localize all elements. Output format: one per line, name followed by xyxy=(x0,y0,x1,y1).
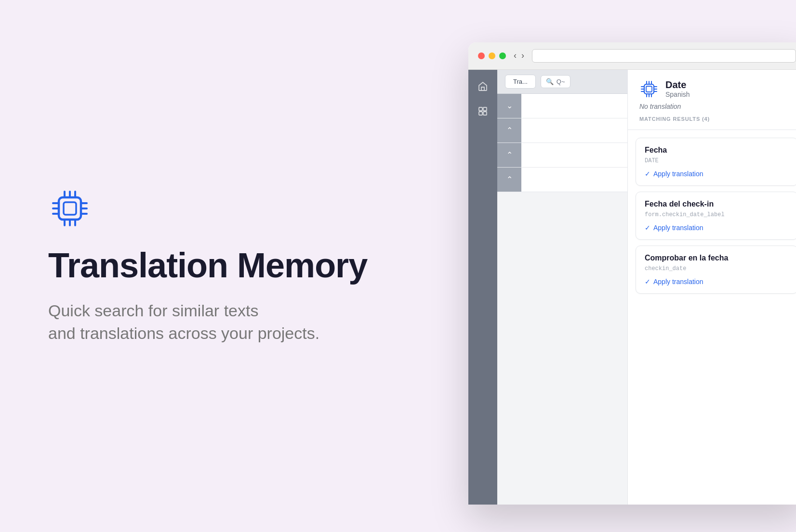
svg-rect-19 xyxy=(646,86,652,92)
list-item: ⌃ xyxy=(497,118,627,143)
search-icon: 🔍 xyxy=(546,78,554,85)
expander-1[interactable]: ⌄ xyxy=(497,94,521,118)
left-panel: Translation Memory Quick search for simi… xyxy=(0,148,468,384)
nav-back-button[interactable]: ‹ xyxy=(514,51,517,61)
result-key-3: checkin_date xyxy=(645,265,789,272)
toolbar-tab[interactable]: Tra... xyxy=(505,75,536,89)
panel-subtitle: Spanish xyxy=(665,91,690,98)
translation-list: ⌄ ⌃ ⌃ ⌃ xyxy=(497,94,627,505)
page-subheadline: Quick search for similar texts and trans… xyxy=(48,299,430,345)
result-key-1: DATE xyxy=(645,157,789,164)
list-item-content-2 xyxy=(521,118,627,143)
toolbar-search[interactable]: 🔍 Q~ xyxy=(541,75,570,88)
check-icon-2: ✓ xyxy=(645,224,650,232)
check-icon-1: ✓ xyxy=(645,170,650,178)
sidebar-grid-icon[interactable] xyxy=(474,103,491,120)
result-card-1: Fecha DATE ✓ Apply translation xyxy=(636,138,796,186)
address-bar[interactable] xyxy=(532,49,796,63)
list-item: ⌃ xyxy=(497,168,627,192)
svg-rect-18 xyxy=(644,84,654,94)
svg-rect-0 xyxy=(59,197,81,220)
result-translation-2: Fecha del check-in xyxy=(645,200,789,208)
panel-title: Date xyxy=(665,79,690,91)
nav-forward-button[interactable]: › xyxy=(521,51,524,61)
svg-rect-15 xyxy=(483,107,487,111)
expander-4[interactable]: ⌃ xyxy=(497,168,521,192)
result-translation-1: Fecha xyxy=(645,146,789,155)
panel-title-text: Date Spanish xyxy=(665,79,690,98)
svg-rect-14 xyxy=(479,107,482,111)
translation-memory-panel: Date Spanish No translation MATCHING RES… xyxy=(627,70,796,505)
expander-2[interactable]: ⌃ xyxy=(497,118,521,143)
chip-icon xyxy=(48,187,430,232)
svg-rect-16 xyxy=(479,112,482,115)
traffic-light-red[interactable] xyxy=(478,52,485,59)
result-card-2: Fecha del check-in form.checkin_date_lab… xyxy=(636,192,796,240)
list-item-content-4 xyxy=(521,168,627,192)
list-item-content-1 xyxy=(521,94,627,118)
matching-results-label: MATCHING RESULTS (4) xyxy=(639,116,794,122)
result-key-2: form.checkin_date_label xyxy=(645,211,789,218)
page-headline: Translation Memory xyxy=(48,247,430,284)
traffic-light-green[interactable] xyxy=(499,52,506,59)
app-main: Tra... 🔍 Q~ ⌄ ⌃ ⌃ xyxy=(497,70,627,505)
svg-rect-1 xyxy=(64,202,76,215)
apply-translation-button-1[interactable]: ✓ Apply translation xyxy=(645,170,703,178)
results-list: Fecha DATE ✓ Apply translation Fecha del… xyxy=(628,130,796,505)
list-item-content-3 xyxy=(521,143,627,167)
no-translation-label: No translation xyxy=(639,103,794,110)
nav-arrows: ‹ › xyxy=(514,51,524,61)
expander-3[interactable]: ⌃ xyxy=(497,143,521,167)
apply-translation-button-3[interactable]: ✓ Apply translation xyxy=(645,278,703,285)
svg-rect-17 xyxy=(483,112,487,115)
apply-translation-button-2[interactable]: ✓ Apply translation xyxy=(645,224,703,232)
result-card-3: Comprobar en la fecha checkin_date ✓ App… xyxy=(636,246,796,294)
app-toolbar: Tra... 🔍 Q~ xyxy=(497,70,627,94)
list-item: ⌄ xyxy=(497,94,627,118)
panel-title-row: Date Spanish xyxy=(639,79,794,99)
traffic-light-yellow[interactable] xyxy=(489,52,495,59)
check-icon-3: ✓ xyxy=(645,278,650,285)
browser-content: Tra... 🔍 Q~ ⌄ ⌃ ⌃ xyxy=(468,70,796,505)
result-translation-3: Comprobar en la fecha xyxy=(645,254,789,262)
browser-chrome: ‹ › xyxy=(468,42,796,70)
traffic-lights xyxy=(478,52,506,59)
panel-header: Date Spanish No translation MATCHING RES… xyxy=(628,70,796,130)
sidebar-home-icon[interactable] xyxy=(474,78,491,95)
list-item: ⌃ xyxy=(497,143,627,168)
browser-window: ‹ › xyxy=(468,42,796,505)
app-sidebar xyxy=(468,70,497,505)
